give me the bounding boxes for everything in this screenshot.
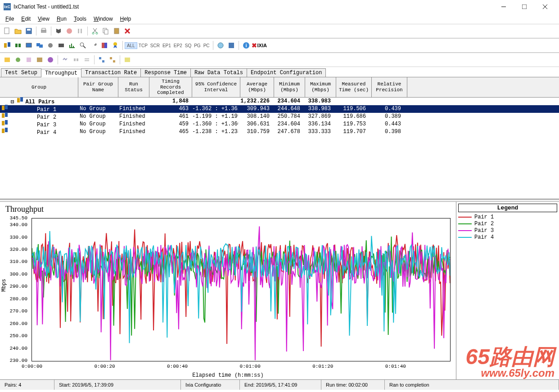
grid-header[interactable]: 95% ConfidenceInterval	[192, 77, 240, 97]
filter-sq[interactable]: SQ	[184, 43, 193, 48]
copy-icon[interactable]	[101, 27, 110, 36]
tool-chart-icon[interactable]	[68, 41, 77, 50]
y-tick-label: 270.00	[6, 308, 27, 314]
tab-response-time[interactable]: Response Time	[140, 68, 191, 77]
svg-rect-15	[104, 30, 108, 34]
menu-run[interactable]: Run	[53, 15, 70, 23]
legend-item[interactable]: Pair 1	[458, 214, 557, 220]
aux-icon-1[interactable]	[3, 55, 12, 64]
menu-help[interactable]: Help	[117, 15, 135, 23]
chart-title: Throughput	[2, 204, 454, 215]
window-title: IxChariot Test - untitled1.tst	[14, 4, 493, 10]
svg-rect-23	[39, 45, 43, 48]
aux-icon-10[interactable]	[108, 55, 117, 64]
filter-ep1[interactable]: EP1	[161, 43, 172, 48]
results-grid: GroupPair GroupNameRun StatusTiming Reco…	[0, 77, 559, 199]
table-row[interactable]: Pair 4No GroupFinished465-1.238 : +1.238…	[0, 128, 559, 136]
info-icon[interactable]: i	[242, 41, 251, 50]
grid-header[interactable]: RelativePrecision	[372, 77, 407, 97]
legend-item[interactable]: Pair 2	[458, 221, 557, 227]
filter-ep2[interactable]: EP2	[172, 43, 184, 48]
aux-icon-6[interactable]	[61, 55, 70, 64]
print-icon[interactable]	[39, 27, 48, 36]
pause-icon[interactable]	[76, 27, 85, 36]
grid-header[interactable]: MeasuredTime (sec)	[336, 77, 372, 97]
legend-item[interactable]: Pair 4	[458, 234, 557, 241]
close-button[interactable]	[535, 0, 555, 13]
ixia-logo: ✖IXIA	[252, 42, 267, 49]
globe-icon[interactable]	[216, 41, 225, 50]
chart-area: Throughput Mbps 230.00240.00250.00260.00…	[0, 202, 559, 379]
delete-icon[interactable]	[123, 27, 132, 36]
paste-icon[interactable]	[112, 27, 121, 36]
menu-window[interactable]: Window	[90, 15, 117, 23]
legend-item[interactable]: Pair 3	[458, 227, 557, 234]
filter-all[interactable]: ALL	[125, 42, 137, 49]
table-row[interactable]: Pair 2No GroupFinished461-1.199 : +1.199…	[0, 113, 559, 120]
tab-throughput[interactable]: Throughput	[41, 69, 81, 77]
tool-pair-icon[interactable]	[3, 41, 12, 50]
cut-icon[interactable]	[90, 27, 99, 36]
plot-box[interactable]: 230.00240.00250.00260.00270.00280.00290.…	[32, 218, 451, 361]
table-row[interactable]: Pair 1No GroupFinished463-1.362 : +1.362…	[0, 105, 559, 113]
filter-tcp[interactable]: TCP	[137, 43, 149, 48]
new-icon[interactable]	[3, 27, 12, 36]
svg-rect-20	[18, 44, 21, 47]
all-pairs-row[interactable]: ⊟ All Pairs1,8481,232.226234.604338.983	[0, 98, 559, 105]
y-tick-label: 345.50	[6, 215, 27, 221]
svg-rect-29	[104, 43, 107, 48]
tool-tv-icon[interactable]	[57, 41, 66, 50]
aux-icon-11[interactable]	[123, 55, 132, 64]
filter-pc[interactable]: PC	[202, 43, 211, 48]
tab-transaction-rate[interactable]: Transaction Rate	[81, 68, 141, 77]
grid-header[interactable]: Pair GroupName	[78, 77, 118, 97]
grid-header[interactable]: Timing RecordsCompleted	[149, 77, 192, 97]
grid-header[interactable]: Minimum(Mbps)	[274, 77, 305, 97]
y-tick-label: 240.00	[6, 346, 27, 351]
menu-view[interactable]: View	[34, 15, 53, 23]
tool-flag-icon[interactable]	[100, 41, 109, 50]
menu-file[interactable]: File	[2, 15, 18, 23]
tab-endpoint-config[interactable]: Endpoint Configuration	[247, 68, 326, 77]
tool-ribbon-icon[interactable]	[111, 41, 120, 50]
svg-rect-16	[114, 28, 119, 34]
filter-pg[interactable]: PG	[193, 43, 202, 48]
menu-edit[interactable]: Edit	[18, 15, 34, 23]
tool-magnify-icon[interactable]	[78, 41, 87, 50]
run-icon[interactable]	[54, 27, 63, 36]
aux-icon-2[interactable]	[14, 55, 23, 64]
tool-group-icon[interactable]	[14, 41, 23, 50]
grid-header[interactable]: Maximum(Mbps)	[305, 77, 336, 97]
tool-monitor1-icon[interactable]	[24, 41, 33, 50]
maximize-button[interactable]	[514, 0, 535, 13]
aux-icon-7[interactable]	[72, 55, 81, 64]
tool-gear-icon[interactable]	[46, 41, 55, 50]
aux-icon-5[interactable]	[46, 55, 55, 64]
tab-raw-data-totals[interactable]: Raw Data Totals	[190, 68, 247, 77]
grid-header[interactable]: Average(Mbps)	[240, 77, 274, 97]
aux-icon-3[interactable]	[24, 55, 33, 64]
y-tick-label: 230.00	[6, 358, 27, 363]
grid-header[interactable]: Run Status	[118, 77, 149, 97]
tool-wrench-icon[interactable]	[89, 41, 98, 50]
tab-test-setup[interactable]: Test Setup	[1, 68, 41, 77]
result-tabs: Test Setup Throughput Transaction Rate R…	[0, 67, 559, 77]
aux-icon-9[interactable]	[97, 55, 106, 64]
menu-tools[interactable]: Tools	[70, 15, 90, 23]
y-tick-label: 310.00	[6, 259, 27, 264]
save-icon[interactable]	[24, 27, 33, 36]
filter-scr[interactable]: SCR	[149, 43, 161, 48]
svg-point-26	[80, 43, 84, 46]
open-icon[interactable]	[14, 27, 23, 36]
aux-icon-4[interactable]	[35, 55, 44, 64]
tool-monitor2-icon[interactable]	[35, 41, 44, 50]
table-row[interactable]: Pair 3No GroupFinished459-1.360 : +1.360…	[0, 120, 559, 128]
svg-rect-8	[42, 28, 45, 30]
minimize-button[interactable]	[493, 0, 514, 13]
app-icon: IxC	[4, 3, 11, 10]
grid-header[interactable]: Group	[0, 77, 78, 97]
y-tick-label: 280.00	[6, 296, 27, 302]
aux-icon-8[interactable]	[82, 55, 91, 64]
save2-icon[interactable]	[227, 41, 236, 50]
stop-icon[interactable]	[65, 27, 74, 36]
